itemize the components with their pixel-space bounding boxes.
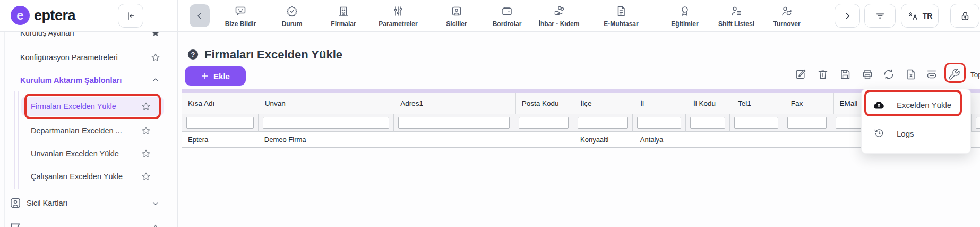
file-x-icon [905,68,917,81]
top-bar: e eptera Bize Bildir Durum Firmalar Para… [0,0,980,32]
cell-fax [785,132,833,148]
app-window: Kuruluş Ayarları Konfigürasyon Parametre… [0,0,980,227]
filter-input-unvan[interactable] [263,117,389,129]
wrench-icon [948,68,960,81]
lock-icon [959,10,971,22]
filter-input-adres1[interactable] [398,117,510,129]
award-icon [678,5,691,18]
topnav-item-bize-bildir[interactable]: Bize Bildir [211,5,270,28]
nav-scroll-left-button[interactable] [190,4,210,27]
favorite-star-icon[interactable] [150,52,161,63]
edit-pencil-icon [794,68,807,81]
sidebar-divider [177,0,178,227]
wallet-icon [501,5,513,18]
filter-input-ilce[interactable] [578,117,628,129]
chevron-up-icon [151,75,160,85]
eptera-logo-icon: e [11,6,30,25]
table-row[interactable]: Eptera Demeo Firma Konyaalti Antalya [182,132,980,148]
column-header-tel1[interactable]: Tel1 [732,93,785,114]
print-button[interactable] [861,68,874,81]
filter-input-tel1[interactable] [734,117,778,129]
topnav-item-e-muhtasar[interactable]: E-Muhtasar [592,5,650,28]
tools-dropdown-menu: Excelden Yükle Logs [861,89,971,154]
filter-input-il[interactable] [637,117,681,129]
topnav-item-parametreler[interactable]: Parametreler [369,5,427,28]
sidebar-item-partial[interactable] [8,222,22,227]
chevron-down-icon [151,198,160,208]
language-button[interactable]: TR [901,4,939,28]
topnav-item-durum[interactable]: Durum [263,5,321,28]
add-button[interactable]: Ekle [185,66,246,86]
help-icon[interactable]: ? [187,48,199,61]
user-refresh-icon [780,5,793,18]
chevron-right-icon [842,11,853,21]
favorite-star-icon[interactable] [141,101,151,112]
hand-coins-icon [553,5,565,18]
filter-input-il-kodu[interactable] [690,117,726,129]
filter-input-fax[interactable] [787,117,827,129]
sliders-icon [392,5,405,18]
menu-item-excelden-yukle[interactable]: Excelden Yükle [862,93,970,116]
sidebar-collapse-button[interactable] [118,4,143,28]
column-header-kisa-adi[interactable]: Kısa Adı [182,93,259,114]
cell-tel1 [732,132,785,148]
delete-button[interactable] [816,68,829,81]
cell-posta-kodu [515,132,574,148]
topnav-item-turnover[interactable]: Turnover [758,5,816,28]
topnav-item-egitimler[interactable]: Eğitimler [656,5,714,28]
edit-button[interactable] [794,68,807,81]
page-title: Firmaları Excelden Yükle [204,48,342,62]
favorite-star-icon[interactable] [141,125,151,136]
menu-item-logs[interactable]: Logs [862,122,970,145]
sidebar-item-departmanlari-excelden-yukle[interactable]: Departmanları Excelden ... [0,121,177,141]
plus-icon [201,72,209,80]
filter-input-posta-kodu[interactable] [519,117,568,129]
nav-scroll-right-button[interactable] [835,4,860,28]
topnav-item-firmalar[interactable]: Firmalar [314,5,373,28]
badge-check-icon [286,5,298,18]
filter-input-edge[interactable] [976,117,980,129]
filter-lines-icon [874,10,886,22]
filter-button[interactable] [864,4,896,28]
lock-button[interactable] [950,4,979,28]
favorite-star-icon[interactable] [141,171,151,182]
translate-icon [907,10,919,22]
sidebar-item-calisanlari-excelden-yukle[interactable]: Çalışanları Excelden Yükle [0,166,177,187]
topnav-item-bordrolar[interactable]: Bordrolar [478,5,536,28]
row-layout-button[interactable] [925,68,938,81]
cell-kisa-adi: Eptera [182,132,259,148]
favorite-star-icon[interactable] [141,148,151,159]
sidebar-item-firmalari-excelden-yukle[interactable]: Firmaları Excelden Yükle [0,96,177,116]
tools-wrench-button[interactable] [948,68,960,81]
sidebar-item-kurulum-aktarim-sablonlari[interactable]: Kurulum Aktarım Şablonları [0,70,177,90]
trash-icon [816,68,829,81]
topnav-item-shift-listesi[interactable]: Shift Listesi [707,5,766,28]
cell-il: Antalya [634,132,687,148]
document-icon [615,5,627,18]
table-top-strip [182,89,980,93]
column-header-posta-kodu[interactable]: Posta Kodu [515,93,574,114]
topnav-item-siciller[interactable]: Siciller [427,5,486,28]
save-button[interactable] [839,68,852,81]
sidebar-item-unvanlari-excelden-yukle[interactable]: Unvanları Excelden Yükle [0,144,177,164]
svg-text:?: ? [191,51,195,58]
sidebar-item-konfigurasyon-parametreleri[interactable]: Konfigürasyon Parametreleri [0,47,177,68]
column-header-il[interactable]: İl [634,93,687,114]
column-header-unvan[interactable]: Unvan [259,93,394,114]
excel-export-button[interactable] [905,68,917,81]
column-header-adres1[interactable]: Adres1 [394,93,515,114]
topnav-item-ihbar-kidem[interactable]: İhbar - Kıdem [530,5,588,28]
filter-input-kisa-adi[interactable] [186,117,254,129]
cell-ilce: Konyaalti [574,132,634,148]
cell-edge [974,132,980,148]
sidebar-item-sicil-kartlari[interactable]: Sicil Kartları [0,193,177,213]
building-icon [337,5,350,18]
total-label: Toplam [970,71,980,79]
chevron-left-icon [195,11,204,21]
column-header-fax[interactable]: Fax [785,93,833,114]
refresh-button[interactable] [882,68,895,81]
column-header-ilce[interactable]: İlçe [574,93,634,114]
table-header-row: Kısa Adı Unvan Adres1 Posta Kodu İlçe İl… [182,93,980,114]
user-card-icon [8,196,22,210]
column-header-il-kodu[interactable]: İl Kodu [687,93,732,114]
